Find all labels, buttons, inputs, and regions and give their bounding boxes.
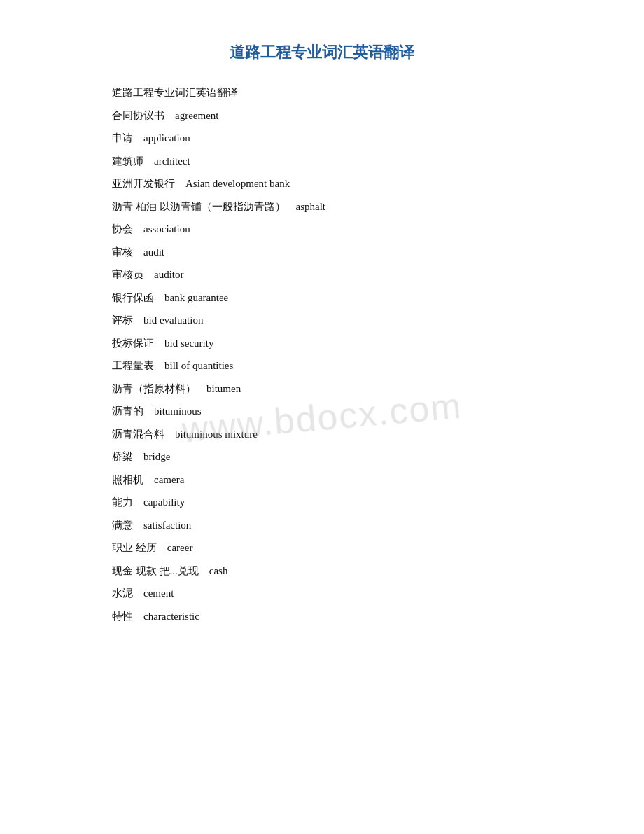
vocab-item: 建筑师 architect bbox=[112, 151, 532, 172]
vocab-item: 银行保函 bank guarantee bbox=[112, 288, 532, 308]
vocab-item: 满意 satisfaction bbox=[112, 515, 532, 536]
header-line: 道路工程专业词汇英语翻译 bbox=[112, 83, 532, 103]
vocab-item: 能力 capability bbox=[112, 492, 532, 513]
vocab-item: 现金 现款 把...兑现 cash bbox=[112, 561, 532, 581]
vocab-item: 审核员 auditor bbox=[112, 265, 532, 285]
vocab-item: 工程量表 bill of quantities bbox=[112, 356, 532, 376]
vocab-item: 亚洲开发银行 Asian development bank bbox=[112, 174, 532, 194]
vocab-item: 申请 application bbox=[112, 128, 532, 148]
vocab-item: 职业 经历 career bbox=[112, 538, 532, 558]
vocab-item: 评标 bid evaluation bbox=[112, 310, 532, 331]
vocab-item: 沥青（指原材料） bitumen bbox=[112, 379, 532, 399]
vocab-item: 沥青 柏油 以沥青铺（一般指沥青路） asphalt bbox=[112, 197, 532, 217]
vocab-item: 合同协议书 agreement bbox=[112, 106, 532, 126]
page-title: 道路工程专业词汇英语翻译 bbox=[112, 42, 532, 63]
vocab-item: 投标保证 bid security bbox=[112, 333, 532, 354]
vocab-list: 合同协议书 agreement申请 application建筑师 archite… bbox=[112, 106, 532, 627]
vocab-item: 特性 characteristic bbox=[112, 606, 532, 627]
vocab-item: 沥青的 bituminous bbox=[112, 401, 532, 422]
vocab-item: 桥梁 bridge bbox=[112, 447, 532, 467]
content-area: 道路工程专业词汇英语翻译 合同协议书 agreement申请 applicati… bbox=[112, 83, 532, 626]
vocab-item: 沥青混合料 bituminous mixture bbox=[112, 424, 532, 445]
vocab-item: 水泥 cement bbox=[112, 583, 532, 604]
vocab-item: 协会 association bbox=[112, 219, 532, 239]
vocab-item: 审核 audit bbox=[112, 242, 532, 263]
vocab-item: 照相机 camera bbox=[112, 470, 532, 490]
